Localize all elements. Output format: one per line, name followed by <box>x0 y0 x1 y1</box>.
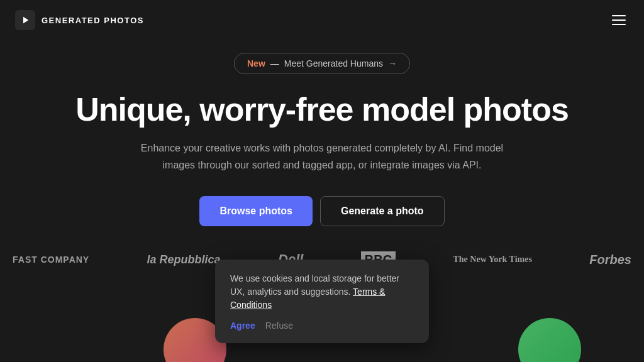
main-content: New — Meet Generated Humans → Unique, wo… <box>0 40 644 268</box>
hamburger-line-3 <box>612 24 626 25</box>
banner-new-label: New <box>247 58 265 69</box>
menu-button[interactable] <box>609 10 629 30</box>
hero-title: Unique, worry-free model photos <box>75 92 569 128</box>
banner-text: Meet Generated Humans <box>284 58 383 69</box>
logo-repubblica: la Repubblica <box>147 253 221 266</box>
header: GENERATED PHOTOS <box>0 0 644 40</box>
logo-forbes: Forbes <box>589 253 631 267</box>
logo-text: GENERATED PHOTOS <box>42 16 144 25</box>
logo-nyt: The New York Times <box>453 255 532 265</box>
banner-link[interactable]: New — Meet Generated Humans → <box>234 53 410 74</box>
generate-photo-button[interactable]: Generate a photo <box>320 196 445 226</box>
banner-arrow-icon: → <box>388 58 397 69</box>
hamburger-line-2 <box>612 19 626 21</box>
logo-area: GENERATED PHOTOS <box>15 10 144 30</box>
banner-separator: — <box>270 58 279 69</box>
cookie-notice: We use cookies and local storage for bet… <box>215 260 429 343</box>
deco-circle-right <box>518 318 581 362</box>
browse-photos-button[interactable]: Browse photos <box>199 196 313 226</box>
cookie-agree-button[interactable]: Agree <box>230 321 255 331</box>
hamburger-line-1 <box>612 15 626 16</box>
logo-fastcompany: FAST COMPANY <box>13 255 89 265</box>
cookie-message: We use cookies and local storage for bet… <box>230 272 414 312</box>
logo-icon <box>15 10 35 30</box>
hero-subtitle: Enhance your creative works with photos … <box>133 140 511 173</box>
cta-buttons: Browse photos Generate a photo <box>199 196 444 226</box>
cookie-actions: Agree Refuse <box>230 321 414 331</box>
cookie-refuse-button[interactable]: Refuse <box>265 321 293 331</box>
